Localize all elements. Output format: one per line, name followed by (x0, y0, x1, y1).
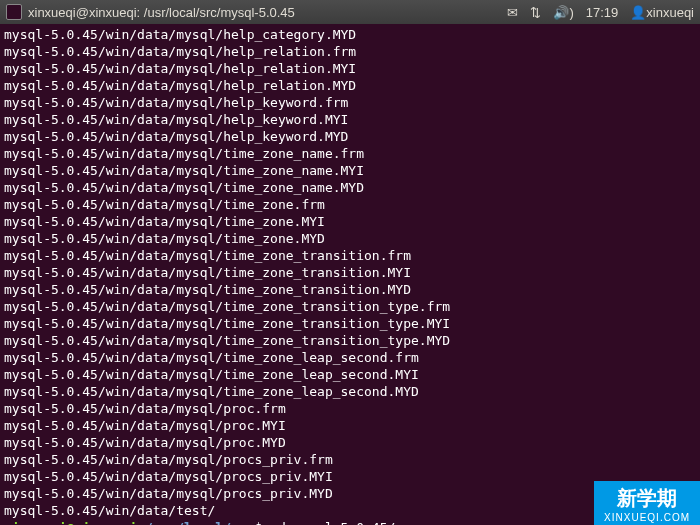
menubar-right: ✉ ⇅ 🔊) 17:19 👤 xinxueqi (507, 5, 694, 20)
output-line: mysql-5.0.45/win/data/mysql/time_zone_na… (4, 179, 696, 196)
window-title: xinxueqi@xinxueqi: /usr/local/src/mysql-… (28, 5, 295, 20)
terminal-icon (6, 4, 22, 20)
output-line: mysql-5.0.45/win/data/mysql/time_zone.MY… (4, 230, 696, 247)
watermark-sub: XINXUEQI.COM (604, 512, 690, 523)
output-line: mysql-5.0.45/win/data/mysql/time_zone_le… (4, 383, 696, 400)
system-menubar: xinxueqi@xinxueqi: /usr/local/src/mysql-… (0, 0, 700, 24)
command-text: cd mysql-5.0.45/ (262, 520, 395, 525)
output-line: mysql-5.0.45/win/data/mysql/help_relatio… (4, 43, 696, 60)
prompt-path: /usr/local/src (145, 520, 255, 525)
username-label: xinxueqi (646, 5, 694, 20)
prompt-separator: : (137, 520, 145, 525)
output-line: mysql-5.0.45/win/data/mysql/time_zone_tr… (4, 315, 696, 332)
watermark-main: 新学期 (617, 487, 677, 509)
output-line: mysql-5.0.45/win/data/mysql/proc.frm (4, 400, 696, 417)
watermark-badge: 新学期 XINXUEQI.COM (594, 481, 700, 525)
volume-icon[interactable]: 🔊) (553, 5, 573, 20)
output-line: mysql-5.0.45/win/data/mysql/help_keyword… (4, 94, 696, 111)
output-line: mysql-5.0.45/win/data/mysql/help_keyword… (4, 128, 696, 145)
clock[interactable]: 17:19 (586, 5, 619, 20)
output-line: mysql-5.0.45/win/data/mysql/time_zone_le… (4, 349, 696, 366)
output-line: mysql-5.0.45/win/data/mysql/procs_priv.f… (4, 451, 696, 468)
output-line: mysql-5.0.45/win/data/test/ (4, 502, 696, 519)
output-line: mysql-5.0.45/win/data/mysql/proc.MYD (4, 434, 696, 451)
user-menu[interactable]: 👤 xinxueqi (630, 5, 694, 20)
output-line: mysql-5.0.45/win/data/mysql/procs_priv.M… (4, 468, 696, 485)
output-line: mysql-5.0.45/win/data/mysql/time_zone_tr… (4, 264, 696, 281)
output-line: mysql-5.0.45/win/data/mysql/time_zone.MY… (4, 213, 696, 230)
menubar-left: xinxueqi@xinxueqi: /usr/local/src/mysql-… (6, 4, 295, 20)
prompt-user-host: xinxueqi@xinxueqi (4, 520, 137, 525)
output-line: mysql-5.0.45/win/data/mysql/time_zone.fr… (4, 196, 696, 213)
output-line: mysql-5.0.45/win/data/mysql/help_categor… (4, 26, 696, 43)
output-line: mysql-5.0.45/win/data/mysql/help_keyword… (4, 111, 696, 128)
user-icon: 👤 (630, 5, 646, 20)
output-line: mysql-5.0.45/win/data/mysql/time_zone_le… (4, 366, 696, 383)
output-line: mysql-5.0.45/win/data/mysql/time_zone_tr… (4, 298, 696, 315)
output-line: mysql-5.0.45/win/data/mysql/time_zone_na… (4, 162, 696, 179)
terminal-area[interactable]: mysql-5.0.45/win/data/mysql/help_categor… (0, 24, 700, 525)
output-line: mysql-5.0.45/win/data/mysql/time_zone_na… (4, 145, 696, 162)
output-line: mysql-5.0.45/win/data/mysql/time_zone_tr… (4, 332, 696, 349)
output-line: mysql-5.0.45/win/data/mysql/help_relatio… (4, 60, 696, 77)
output-line: mysql-5.0.45/win/data/mysql/time_zone_tr… (4, 281, 696, 298)
output-line: mysql-5.0.45/win/data/mysql/help_relatio… (4, 77, 696, 94)
network-icon[interactable]: ⇅ (530, 5, 541, 20)
output-line: mysql-5.0.45/win/data/mysql/proc.MYI (4, 417, 696, 434)
output-line: mysql-5.0.45/win/data/mysql/procs_priv.M… (4, 485, 696, 502)
output-line: mysql-5.0.45/win/data/mysql/time_zone_tr… (4, 247, 696, 264)
mail-icon[interactable]: ✉ (507, 5, 518, 20)
prompt-line: xinxueqi@xinxueqi:/usr/local/src$ cd mys… (4, 519, 696, 525)
